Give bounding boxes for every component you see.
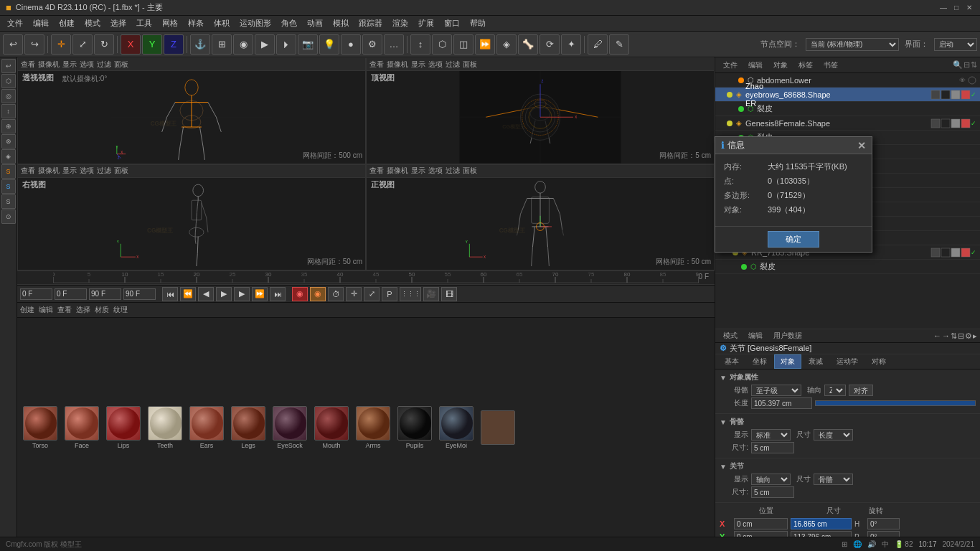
sidebar-icon-5[interactable]: ⊕ bbox=[1, 119, 16, 133]
sidebar-icon-7[interactable]: ◈ bbox=[1, 149, 16, 164]
sidebar-icon-9[interactable]: S bbox=[1, 179, 16, 194]
prop-tab-kinematic[interactable]: 运动学 bbox=[830, 354, 864, 369]
move-btn[interactable]: ✛ bbox=[51, 34, 71, 55]
edit-tab[interactable]: 编辑 bbox=[743, 329, 768, 342]
sidebar-icon-4[interactable]: ↕ bbox=[1, 104, 16, 118]
close-btn[interactable]: ✕ bbox=[964, 3, 974, 13]
sidebar-icon-10[interactable]: S bbox=[1, 194, 16, 209]
mat-extra1[interactable] bbox=[479, 410, 517, 445]
viewport-right[interactable]: 查看 摄像机 显示 选项 过滤 面板 右视图 bbox=[17, 164, 366, 271]
vp4-opt[interactable]: 选项 bbox=[428, 166, 443, 176]
menubar-item-模拟[interactable]: 模拟 bbox=[329, 17, 353, 30]
undo-btn[interactable]: ↩ bbox=[3, 34, 23, 55]
xyz-x-btn[interactable]: X bbox=[121, 34, 141, 55]
vp4-filter[interactable]: 过滤 bbox=[446, 166, 460, 176]
mat-material-menu[interactable]: 材质 bbox=[95, 305, 109, 315]
vp2-view[interactable]: 查看 bbox=[369, 60, 384, 70]
sidebar-icon-1[interactable]: ↩ bbox=[1, 59, 16, 73]
tree-item-liepiliao3[interactable]: ⬡ 裂皮 bbox=[715, 260, 980, 274]
vp3-view[interactable]: 查看 bbox=[21, 166, 35, 176]
camera-btn[interactable]: 📷 bbox=[298, 34, 318, 55]
viewport-perspective[interactable]: 查看 摄像机 显示 选项 过滤 面板 透视视图 默认摄像机:0° bbox=[17, 57, 366, 164]
mat-legs[interactable]: Legs bbox=[230, 406, 267, 449]
current-frame-input[interactable] bbox=[55, 288, 87, 300]
anim-btn[interactable]: ⏩ bbox=[475, 34, 495, 55]
sculpt-btn[interactable]: ✎ bbox=[609, 34, 629, 55]
mat-eyemoi[interactable]: EyeMoi bbox=[438, 406, 475, 449]
tree-item-liepiliao1[interactable]: ⬡ 裂皮 bbox=[715, 102, 980, 116]
y-size[interactable] bbox=[791, 531, 852, 537]
mat-eyesock[interactable]: EyeSock bbox=[271, 406, 308, 449]
arrow-right[interactable]: → bbox=[942, 331, 950, 340]
vp2-filter[interactable]: 过滤 bbox=[446, 60, 460, 70]
bone-section-header[interactable]: ▼ 骨骼 bbox=[720, 417, 976, 427]
render-btn[interactable]: ▶ bbox=[255, 34, 275, 55]
menubar-item-样条[interactable]: 样条 bbox=[184, 17, 208, 30]
menubar-item-动画[interactable]: 动画 bbox=[303, 17, 327, 30]
keyframe-red-btn[interactable]: ◉ bbox=[292, 287, 308, 301]
vp3-opt[interactable]: 选项 bbox=[80, 166, 94, 176]
axis-select[interactable]: Z bbox=[824, 385, 846, 396]
move-tl-btn[interactable]: ✛ bbox=[346, 287, 362, 301]
film-btn[interactable]: 🎞 bbox=[441, 287, 457, 301]
vp2-cam[interactable]: 摄像机 bbox=[387, 60, 408, 70]
grid-btn[interactable]: ⊞ bbox=[212, 34, 232, 55]
sidebar-icon-11[interactable]: ⊙ bbox=[1, 209, 16, 224]
node-space-select[interactable]: 当前 (标准/物理) bbox=[806, 38, 899, 51]
vp4-view[interactable]: 查看 bbox=[369, 166, 384, 176]
vp2-panel[interactable]: 面板 bbox=[463, 60, 477, 70]
bone-level-select[interactable]: 至子级 bbox=[751, 385, 801, 396]
mat-teeth[interactable]: Teeth bbox=[146, 406, 184, 449]
vp2-opt[interactable]: 选项 bbox=[428, 60, 443, 70]
x-pos[interactable] bbox=[734, 518, 788, 529]
x-size[interactable] bbox=[791, 518, 852, 529]
mat-lips[interactable]: Lips bbox=[105, 406, 142, 449]
prop-tab-object[interactable]: 对象 bbox=[774, 354, 801, 369]
vp3-panel[interactable]: 面板 bbox=[114, 166, 128, 176]
paint-btn[interactable]: 🖊 bbox=[588, 34, 608, 55]
play-btn[interactable]: ▶ bbox=[216, 287, 232, 301]
arrow-right2[interactable]: ▸ bbox=[973, 331, 977, 341]
menubar-item-工具[interactable]: 工具 bbox=[132, 17, 156, 30]
cloth-btn[interactable]: ◈ bbox=[496, 34, 517, 55]
vp2-disp[interactable]: 显示 bbox=[411, 60, 425, 70]
minimize-btn[interactable]: — bbox=[938, 3, 948, 13]
h-rot[interactable] bbox=[867, 518, 900, 529]
keyframe-orange-btn[interactable]: ◉ bbox=[310, 287, 326, 301]
tree-item-genesis8female[interactable]: ◈ Genesis8Female.Shape ✓ bbox=[715, 116, 980, 131]
interface-select[interactable]: 启动 bbox=[934, 38, 977, 51]
settings-btn[interactable]: ⚙ bbox=[362, 34, 382, 55]
sidebar-icon-8[interactable]: S bbox=[1, 164, 16, 179]
snap-btn[interactable]: ⚓ bbox=[190, 34, 210, 55]
bone-size-input[interactable] bbox=[751, 442, 794, 453]
scale-btn[interactable]: ⤢ bbox=[72, 34, 93, 55]
menubar-item-选择[interactable]: 选择 bbox=[106, 17, 131, 30]
sidebar-icon-2[interactable]: ⬡ bbox=[1, 74, 16, 88]
prop-tab-coord[interactable]: 坐标 bbox=[746, 354, 773, 369]
sidebar-icon-3[interactable]: ◎ bbox=[1, 89, 16, 103]
prop-tab-symmetry[interactable]: 对称 bbox=[865, 354, 892, 369]
rp-tag-tab[interactable]: 标签 bbox=[793, 59, 818, 72]
mat-texture-menu[interactable]: 纹理 bbox=[113, 305, 128, 315]
filter-prop[interactable]: ⊟ bbox=[958, 331, 964, 341]
mat-view-menu[interactable]: 查看 bbox=[57, 305, 72, 315]
bone-size-select[interactable]: 长度 bbox=[814, 429, 853, 441]
mat-arms[interactable]: Arms bbox=[354, 406, 392, 449]
obj-btn[interactable]: ⬡ bbox=[432, 34, 452, 55]
scene-btn[interactable]: ◫ bbox=[453, 34, 473, 55]
menubar-item-编辑[interactable]: 编辑 bbox=[29, 17, 53, 30]
prop-tab-basic[interactable]: 基本 bbox=[718, 354, 745, 369]
menubar-item-角色[interactable]: 角色 bbox=[277, 17, 301, 30]
fx-btn[interactable]: ✦ bbox=[561, 34, 581, 55]
menubar-item-文件[interactable]: 文件 bbox=[3, 17, 27, 30]
joint-size-input[interactable] bbox=[751, 486, 794, 498]
end-frame2-input[interactable] bbox=[123, 288, 156, 300]
zoom-tl-btn[interactable]: P bbox=[382, 287, 397, 301]
viewport-front[interactable]: 查看 摄像机 显示 选项 过滤 面板 正视图 bbox=[366, 164, 715, 271]
vp3-disp[interactable]: 显示 bbox=[62, 166, 77, 176]
mat-select-menu[interactable]: 选择 bbox=[76, 305, 90, 315]
bone-btn[interactable]: 🦴 bbox=[518, 34, 538, 55]
bone-display-select[interactable]: 标准 bbox=[751, 429, 791, 441]
mat-ears[interactable]: Ears bbox=[188, 406, 225, 449]
vp1-disp[interactable]: 显示 bbox=[62, 60, 77, 70]
